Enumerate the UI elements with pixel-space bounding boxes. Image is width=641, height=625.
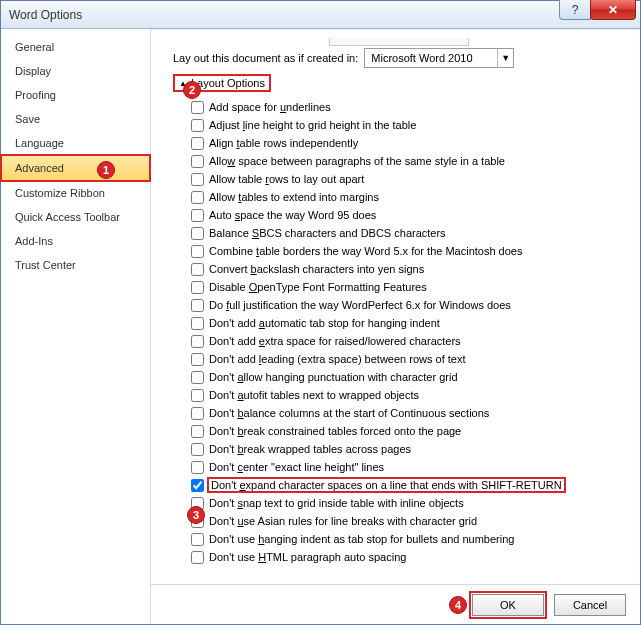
sidebar-item-general[interactable]: General: [1, 35, 150, 59]
layout-option-checkbox[interactable]: [191, 407, 204, 420]
sidebar-item-customize-ribbon[interactable]: Customize Ribbon: [1, 181, 150, 205]
layout-option-label[interactable]: Add space for underlines: [209, 101, 331, 113]
sidebar-item-trust-center[interactable]: Trust Center: [1, 253, 150, 277]
layout-option-checkbox[interactable]: [191, 155, 204, 168]
layout-option-label[interactable]: Disable OpenType Font Formatting Feature…: [209, 281, 427, 293]
layout-option-label[interactable]: Convert backslash characters into yen si…: [209, 263, 424, 275]
layout-option-label[interactable]: Do full justification the way WordPerfec…: [209, 299, 511, 311]
layout-option-label[interactable]: Don't add automatic tab stop for hanging…: [209, 317, 440, 329]
layout-option-label[interactable]: Don't use HTML paragraph auto spacing: [209, 551, 406, 563]
layout-option-row: Don't use Asian rules for line breaks wi…: [191, 512, 632, 530]
sidebar: GeneralDisplayProofingSaveLanguageAdvanc…: [1, 29, 151, 624]
layout-option-label[interactable]: Combine table borders the way Word 5.x f…: [209, 245, 522, 257]
word-options-dialog: 1 2 3 4 Word Options ? ✕ GeneralDisplayP…: [0, 0, 641, 625]
layout-option-checkbox[interactable]: [191, 371, 204, 384]
layout-option-checkbox[interactable]: [191, 173, 204, 186]
layout-option-row: Don't center "exact line height" lines: [191, 458, 632, 476]
layout-option-checkbox[interactable]: [191, 299, 204, 312]
layout-option-label[interactable]: Don't add leading (extra space) between …: [209, 353, 466, 365]
layout-option-row: Do full justification the way WordPerfec…: [191, 296, 632, 314]
layout-option-label[interactable]: Adjust line height to grid height in the…: [209, 119, 416, 131]
layout-option-checkbox[interactable]: [191, 119, 204, 132]
layout-option-row: Don't add leading (extra space) between …: [191, 350, 632, 368]
cancel-button[interactable]: Cancel: [554, 594, 626, 616]
layout-option-checkbox[interactable]: [191, 551, 204, 564]
layout-option-checkbox[interactable]: [191, 209, 204, 222]
layout-option-checkbox[interactable]: [191, 227, 204, 240]
layout-option-checkbox[interactable]: [191, 425, 204, 438]
layout-option-label[interactable]: Don't allow hanging punctuation with cha…: [209, 371, 458, 383]
layout-option-row: Convert backslash characters into yen si…: [191, 260, 632, 278]
layout-option-checkbox[interactable]: [191, 137, 204, 150]
layout-option-label[interactable]: Don't balance columns at the start of Co…: [209, 407, 489, 419]
layout-option-label[interactable]: Align table rows independently: [209, 137, 358, 149]
layout-option-label[interactable]: Don't break constrained tables forced on…: [209, 425, 461, 437]
sidebar-item-add-ins[interactable]: Add-Ins: [1, 229, 150, 253]
sidebar-item-save[interactable]: Save: [1, 107, 150, 131]
layout-option-row: Don't snap text to grid inside table wit…: [191, 494, 632, 512]
layout-option-row: Allow space between paragraphs of the sa…: [191, 152, 632, 170]
layout-option-label[interactable]: Allow tables to extend into margins: [209, 191, 379, 203]
compat-select-value: Microsoft Word 2010: [371, 52, 472, 64]
layout-option-checkbox[interactable]: [191, 533, 204, 546]
layout-option-label[interactable]: Allow space between paragraphs of the sa…: [209, 155, 505, 167]
sidebar-item-language[interactable]: Language: [1, 131, 150, 155]
compat-select[interactable]: Microsoft Word 2010 ▼: [364, 48, 514, 68]
layout-option-checkbox[interactable]: [191, 101, 204, 114]
sidebar-item-advanced[interactable]: Advanced: [1, 155, 150, 181]
layout-option-label[interactable]: Don't use hanging indent as tab stop for…: [209, 533, 514, 545]
layout-option-row: Balance SBCS characters and DBCS charact…: [191, 224, 632, 242]
layout-option-label[interactable]: Don't snap text to grid inside table wit…: [209, 497, 464, 509]
layout-option-row: Auto space the way Word 95 does: [191, 206, 632, 224]
layout-option-checkbox[interactable]: [191, 245, 204, 258]
layout-option-row: Don't use hanging indent as tab stop for…: [191, 530, 632, 548]
layout-option-row: Don't use HTML paragraph auto spacing: [191, 548, 632, 566]
layout-option-checkbox[interactable]: [191, 317, 204, 330]
options-scroll-area[interactable]: Lay out this document as if created in: …: [151, 29, 640, 584]
layout-option-label[interactable]: Don't use Asian rules for line breaks wi…: [209, 515, 477, 527]
section-title: Layout Options: [191, 77, 265, 89]
layout-option-checkbox[interactable]: [191, 263, 204, 276]
layout-option-checkbox[interactable]: [191, 191, 204, 204]
partial-tab-fragment: [329, 38, 469, 46]
layout-option-label[interactable]: Auto space the way Word 95 does: [209, 209, 376, 221]
layout-option-label[interactable]: Balance SBCS characters and DBCS charact…: [209, 227, 446, 239]
layout-option-row: Don't break constrained tables forced on…: [191, 422, 632, 440]
layout-option-row: Don't break wrapped tables across pages: [191, 440, 632, 458]
ok-button[interactable]: OK: [472, 594, 544, 616]
layout-option-checkbox[interactable]: [191, 461, 204, 474]
close-button[interactable]: ✕: [590, 0, 636, 20]
layout-option-row: Allow tables to extend into margins: [191, 188, 632, 206]
layout-option-checkbox[interactable]: [191, 335, 204, 348]
layout-option-row: Don't add automatic tab stop for hanging…: [191, 314, 632, 332]
layout-option-checkbox[interactable]: [191, 479, 204, 492]
layout-option-label[interactable]: Don't expand character spaces on a line …: [209, 479, 564, 491]
annotation-4: 4: [449, 596, 467, 614]
layout-option-row: Add space for underlines: [191, 98, 632, 116]
layout-option-label[interactable]: Don't center "exact line height" lines: [209, 461, 384, 473]
layout-option-checkbox[interactable]: [191, 281, 204, 294]
sidebar-item-display[interactable]: Display: [1, 59, 150, 83]
layout-option-row: Don't allow hanging punctuation with cha…: [191, 368, 632, 386]
sidebar-item-proofing[interactable]: Proofing: [1, 83, 150, 107]
annotation-3: 3: [187, 506, 205, 524]
layout-option-checkbox[interactable]: [191, 353, 204, 366]
titlebar: Word Options ? ✕: [1, 1, 640, 29]
layout-option-checkbox[interactable]: [191, 389, 204, 402]
layout-option-label[interactable]: Don't break wrapped tables across pages: [209, 443, 411, 455]
help-button[interactable]: ?: [559, 0, 591, 20]
window-title: Word Options: [9, 8, 82, 22]
layout-option-row: Don't expand character spaces on a line …: [191, 476, 632, 494]
dialog-footer: OK Cancel: [151, 584, 640, 624]
chevron-down-icon: ▼: [497, 49, 513, 67]
layout-option-row: Align table rows independently: [191, 134, 632, 152]
layout-option-row: Allow table rows to lay out apart: [191, 170, 632, 188]
layout-option-label[interactable]: Don't autofit tables next to wrapped obj…: [209, 389, 419, 401]
layout-option-label[interactable]: Don't add extra space for raised/lowered…: [209, 335, 461, 347]
content-pane: Lay out this document as if created in: …: [151, 29, 640, 624]
layout-option-label[interactable]: Allow table rows to lay out apart: [209, 173, 364, 185]
layout-option-row: Don't add extra space for raised/lowered…: [191, 332, 632, 350]
layout-option-checkbox[interactable]: [191, 443, 204, 456]
layout-options-list: Add space for underlinesAdjust line heig…: [191, 98, 632, 566]
sidebar-item-quick-access-toolbar[interactable]: Quick Access Toolbar: [1, 205, 150, 229]
